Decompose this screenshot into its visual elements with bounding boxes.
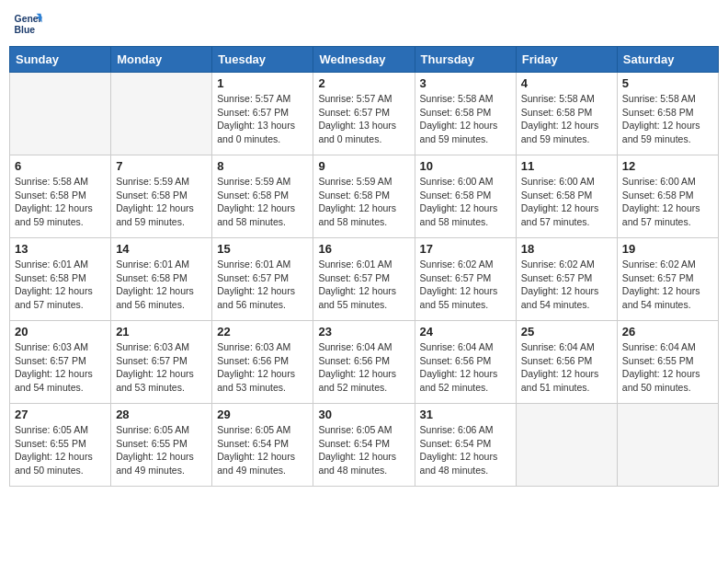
calendar-week-row: 1Sunrise: 5:57 AM Sunset: 6:57 PM Daylig… (10, 73, 719, 155)
day-info: Sunrise: 5:57 AM Sunset: 6:57 PM Dayligh… (318, 92, 409, 146)
calendar-cell: 4Sunrise: 5:58 AM Sunset: 6:58 PM Daylig… (516, 73, 617, 155)
calendar-cell: 27Sunrise: 6:05 AM Sunset: 6:55 PM Dayli… (10, 404, 111, 487)
day-number: 3 (420, 76, 511, 90)
day-number: 29 (217, 408, 308, 421)
calendar-cell: 29Sunrise: 6:05 AM Sunset: 6:54 PM Dayli… (212, 404, 313, 487)
logo: General Blue (13, 9, 46, 39)
page-header: General Blue (9, 9, 719, 39)
day-number: 14 (116, 242, 207, 256)
weekday-header: Thursday (415, 47, 516, 73)
day-info: Sunrise: 6:02 AM Sunset: 6:57 PM Dayligh… (420, 258, 511, 312)
calendar-cell: 13Sunrise: 6:01 AM Sunset: 6:58 PM Dayli… (10, 238, 111, 321)
day-number: 11 (521, 159, 612, 173)
day-number: 2 (318, 76, 409, 90)
calendar-cell: 12Sunrise: 6:00 AM Sunset: 6:58 PM Dayli… (617, 155, 718, 238)
calendar-cell: 7Sunrise: 5:59 AM Sunset: 6:58 PM Daylig… (111, 155, 212, 238)
calendar-cell: 14Sunrise: 6:01 AM Sunset: 6:58 PM Dayli… (111, 238, 212, 321)
calendar-cell: 19Sunrise: 6:02 AM Sunset: 6:57 PM Dayli… (617, 238, 718, 321)
day-number: 30 (318, 408, 409, 421)
day-info: Sunrise: 5:59 AM Sunset: 6:58 PM Dayligh… (318, 175, 409, 229)
calendar-cell: 2Sunrise: 5:57 AM Sunset: 6:57 PM Daylig… (313, 73, 415, 155)
day-info: Sunrise: 6:04 AM Sunset: 6:56 PM Dayligh… (521, 340, 612, 395)
day-number: 8 (217, 159, 308, 173)
day-info: Sunrise: 6:03 AM Sunset: 6:57 PM Dayligh… (15, 340, 106, 395)
calendar-cell: 8Sunrise: 5:59 AM Sunset: 6:58 PM Daylig… (212, 155, 313, 238)
calendar-cell: 31Sunrise: 6:06 AM Sunset: 6:54 PM Dayli… (415, 404, 516, 487)
calendar-cell: 1Sunrise: 5:57 AM Sunset: 6:57 PM Daylig… (212, 73, 313, 155)
calendar-cell: 25Sunrise: 6:04 AM Sunset: 6:56 PM Dayli… (516, 321, 617, 404)
calendar-cell (10, 73, 111, 155)
svg-text:General: General (15, 14, 42, 24)
day-info: Sunrise: 6:05 AM Sunset: 6:55 PM Dayligh… (116, 423, 207, 477)
calendar-header-row: SundayMondayTuesdayWednesdayThursdayFrid… (10, 47, 719, 73)
day-number: 1 (217, 76, 308, 90)
day-number: 16 (318, 242, 409, 256)
calendar-cell: 15Sunrise: 6:01 AM Sunset: 6:57 PM Dayli… (212, 238, 313, 321)
day-info: Sunrise: 6:05 AM Sunset: 6:54 PM Dayligh… (318, 423, 409, 477)
day-number: 22 (217, 325, 308, 339)
day-number: 12 (622, 159, 713, 173)
weekday-header: Saturday (617, 47, 718, 73)
calendar-cell: 20Sunrise: 6:03 AM Sunset: 6:57 PM Dayli… (10, 321, 111, 404)
day-info: Sunrise: 5:58 AM Sunset: 6:58 PM Dayligh… (15, 175, 106, 229)
day-number: 19 (622, 242, 713, 256)
day-info: Sunrise: 6:03 AM Sunset: 6:56 PM Dayligh… (217, 340, 308, 395)
calendar-cell: 23Sunrise: 6:04 AM Sunset: 6:56 PM Dayli… (313, 321, 415, 404)
day-info: Sunrise: 6:04 AM Sunset: 6:56 PM Dayligh… (420, 340, 511, 395)
calendar-cell: 5Sunrise: 5:58 AM Sunset: 6:58 PM Daylig… (617, 73, 718, 155)
calendar-cell: 24Sunrise: 6:04 AM Sunset: 6:56 PM Dayli… (415, 321, 516, 404)
day-number: 7 (116, 159, 207, 173)
calendar-week-row: 13Sunrise: 6:01 AM Sunset: 6:58 PM Dayli… (10, 238, 719, 321)
day-number: 5 (622, 76, 713, 90)
calendar-cell (516, 404, 617, 487)
day-info: Sunrise: 6:00 AM Sunset: 6:58 PM Dayligh… (521, 175, 612, 229)
day-info: Sunrise: 6:01 AM Sunset: 6:57 PM Dayligh… (318, 258, 409, 312)
day-info: Sunrise: 6:05 AM Sunset: 6:55 PM Dayligh… (15, 423, 106, 477)
day-info: Sunrise: 5:59 AM Sunset: 6:58 PM Dayligh… (217, 175, 308, 229)
calendar-cell: 9Sunrise: 5:59 AM Sunset: 6:58 PM Daylig… (313, 155, 415, 238)
calendar-cell: 26Sunrise: 6:04 AM Sunset: 6:55 PM Dayli… (617, 321, 718, 404)
day-number: 24 (420, 325, 511, 339)
logo-icon: General Blue (13, 9, 42, 39)
calendar-week-row: 6Sunrise: 5:58 AM Sunset: 6:58 PM Daylig… (10, 155, 719, 238)
day-number: 9 (318, 159, 409, 173)
day-info: Sunrise: 6:01 AM Sunset: 6:57 PM Dayligh… (217, 258, 308, 312)
day-number: 4 (521, 76, 612, 90)
day-number: 28 (116, 408, 207, 421)
calendar-table: SundayMondayTuesdayWednesdayThursdayFrid… (9, 46, 719, 487)
day-info: Sunrise: 6:02 AM Sunset: 6:57 PM Dayligh… (521, 258, 612, 312)
weekday-header: Friday (516, 47, 617, 73)
day-info: Sunrise: 6:01 AM Sunset: 6:58 PM Dayligh… (15, 258, 106, 312)
day-info: Sunrise: 5:57 AM Sunset: 6:57 PM Dayligh… (217, 92, 308, 146)
day-info: Sunrise: 6:05 AM Sunset: 6:54 PM Dayligh… (217, 423, 308, 477)
day-number: 10 (420, 159, 511, 173)
calendar-cell: 28Sunrise: 6:05 AM Sunset: 6:55 PM Dayli… (111, 404, 212, 487)
day-number: 26 (622, 325, 713, 339)
day-number: 13 (15, 242, 106, 256)
day-number: 6 (15, 159, 106, 173)
day-info: Sunrise: 6:00 AM Sunset: 6:58 PM Dayligh… (420, 175, 511, 229)
day-number: 17 (420, 242, 511, 256)
calendar-cell: 30Sunrise: 6:05 AM Sunset: 6:54 PM Dayli… (313, 404, 415, 487)
calendar-cell: 3Sunrise: 5:58 AM Sunset: 6:58 PM Daylig… (415, 73, 516, 155)
weekday-header: Sunday (10, 47, 111, 73)
calendar-week-row: 20Sunrise: 6:03 AM Sunset: 6:57 PM Dayli… (10, 321, 719, 404)
calendar-cell: 11Sunrise: 6:00 AM Sunset: 6:58 PM Dayli… (516, 155, 617, 238)
calendar-cell: 16Sunrise: 6:01 AM Sunset: 6:57 PM Dayli… (313, 238, 415, 321)
calendar-cell (617, 404, 718, 487)
day-number: 31 (420, 408, 511, 421)
day-number: 20 (15, 325, 106, 339)
day-info: Sunrise: 5:58 AM Sunset: 6:58 PM Dayligh… (622, 92, 713, 146)
calendar-cell: 21Sunrise: 6:03 AM Sunset: 6:57 PM Dayli… (111, 321, 212, 404)
day-info: Sunrise: 5:58 AM Sunset: 6:58 PM Dayligh… (420, 92, 511, 146)
day-number: 23 (318, 325, 409, 339)
weekday-header: Monday (111, 47, 212, 73)
day-info: Sunrise: 6:06 AM Sunset: 6:54 PM Dayligh… (420, 423, 511, 477)
day-number: 25 (521, 325, 612, 339)
weekday-header: Wednesday (313, 47, 415, 73)
day-number: 15 (217, 242, 308, 256)
day-info: Sunrise: 6:00 AM Sunset: 6:58 PM Dayligh… (622, 175, 713, 229)
calendar-cell: 10Sunrise: 6:00 AM Sunset: 6:58 PM Dayli… (415, 155, 516, 238)
calendar-cell: 17Sunrise: 6:02 AM Sunset: 6:57 PM Dayli… (415, 238, 516, 321)
day-info: Sunrise: 6:04 AM Sunset: 6:56 PM Dayligh… (318, 340, 409, 395)
